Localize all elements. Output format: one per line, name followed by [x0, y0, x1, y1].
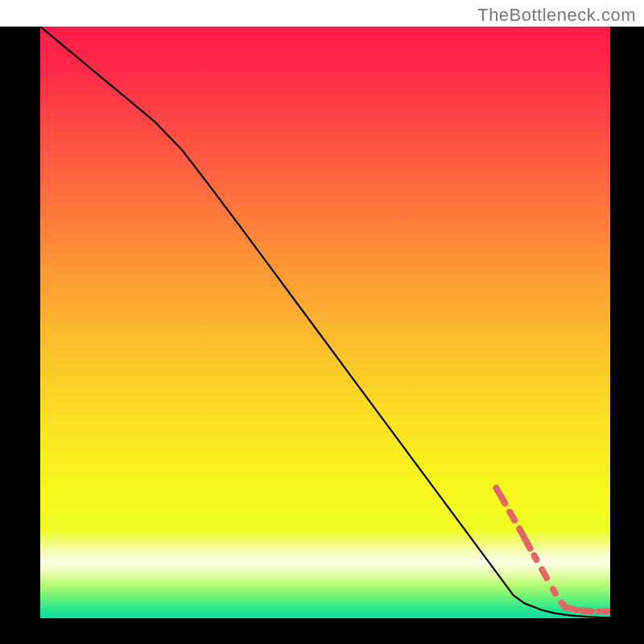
frame-left [0, 27, 40, 618]
svg-point-3 [588, 608, 594, 614]
chart-stage: TheBottleneck.com [0, 0, 644, 644]
svg-point-1 [572, 607, 579, 613]
plot-svg [40, 27, 610, 618]
frame-bottom [0, 618, 644, 644]
svg-point-0 [562, 604, 568, 610]
svg-point-4 [596, 608, 602, 614]
watermark-text: TheBottleneck.com [477, 5, 636, 26]
svg-point-2 [578, 607, 584, 613]
top-margin: TheBottleneck.com [0, 0, 644, 27]
frame-right [610, 27, 644, 618]
plot-area [40, 27, 610, 618]
gradient-background [40, 27, 610, 618]
